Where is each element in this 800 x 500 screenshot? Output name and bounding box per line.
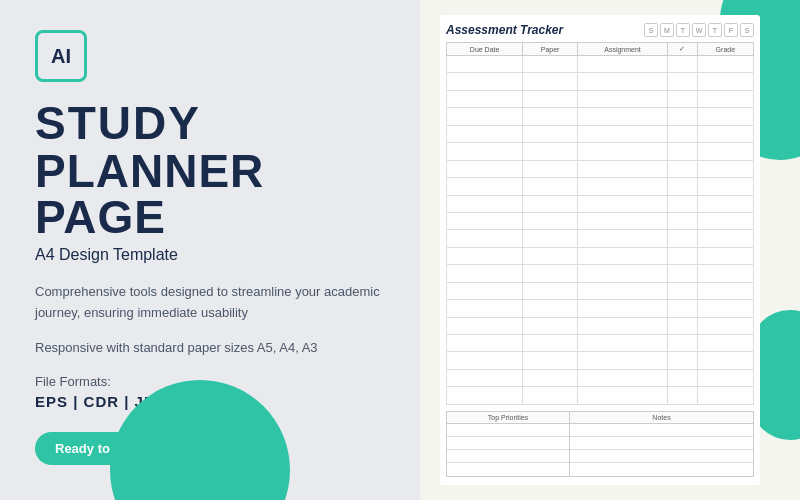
table-row: [447, 108, 754, 125]
bottom-row: [570, 424, 753, 437]
day-badge: S: [740, 23, 754, 37]
table-row: [447, 90, 754, 107]
table-row: [447, 143, 754, 160]
ai-logo-text: AI: [51, 45, 71, 68]
table-row: [447, 125, 754, 142]
bottom-col-header: Top Priorities: [447, 412, 569, 424]
bottom-row: [570, 463, 753, 476]
day-badge: T: [676, 23, 690, 37]
table-header: Grade: [697, 43, 753, 56]
table-row: [447, 73, 754, 90]
bottom-row: [447, 437, 569, 450]
table-row: [447, 160, 754, 177]
bottom-row: [570, 437, 753, 450]
description: Comprehensive tools designed to streamli…: [35, 282, 385, 324]
day-badge: W: [692, 23, 706, 37]
table-row: [447, 195, 754, 212]
bottom-row: [447, 450, 569, 463]
table-row: [447, 230, 754, 247]
table-row: [447, 212, 754, 229]
day-badges: SMTWTFS: [644, 23, 754, 37]
document: Assessment Tracker SMTWTFS Due DatePaper…: [440, 15, 760, 485]
table-header: Due Date: [447, 43, 523, 56]
table-row: [447, 247, 754, 264]
table-row: [447, 300, 754, 317]
bottom-row: [570, 450, 753, 463]
bottom-col: Top Priorities: [447, 412, 570, 476]
day-badge: T: [708, 23, 722, 37]
subtitle: A4 Design Template: [35, 246, 385, 264]
day-badge: S: [644, 23, 658, 37]
table-row: [447, 282, 754, 299]
bottom-row: [447, 424, 569, 437]
left-panel: AI STUDY PLANNER PAGE A4 Design Template…: [0, 0, 420, 500]
title-planner: PLANNER PAGE: [35, 148, 385, 240]
table-row: [447, 178, 754, 195]
sizes-text: Responsive with standard paper sizes A5,…: [35, 338, 385, 359]
table-header: Paper: [523, 43, 578, 56]
table-row: [447, 265, 754, 282]
bottom-row: [447, 463, 569, 476]
doc-header: Assessment Tracker SMTWTFS: [446, 23, 754, 37]
table-header: ✓: [668, 43, 698, 56]
right-panel: Assessment Tracker SMTWTFS Due DatePaper…: [420, 0, 800, 500]
table-row: [447, 352, 754, 369]
day-badge: M: [660, 23, 674, 37]
bottom-section: Top PrioritiesNotes: [446, 411, 754, 477]
doc-title: Assessment Tracker: [446, 23, 563, 37]
table-row: [447, 369, 754, 386]
bottom-col: Notes: [570, 412, 753, 476]
title-study: STUDY: [35, 100, 385, 146]
table-row: [447, 335, 754, 352]
table-row: [447, 317, 754, 334]
table-header: Assignment: [577, 43, 667, 56]
day-badge: F: [724, 23, 738, 37]
ai-logo: AI: [35, 30, 87, 82]
tracker-table: Due DatePaperAssignment✓Grade: [446, 42, 754, 405]
table-row: [447, 56, 754, 73]
table-row: [447, 387, 754, 405]
bottom-col-header: Notes: [570, 412, 753, 424]
